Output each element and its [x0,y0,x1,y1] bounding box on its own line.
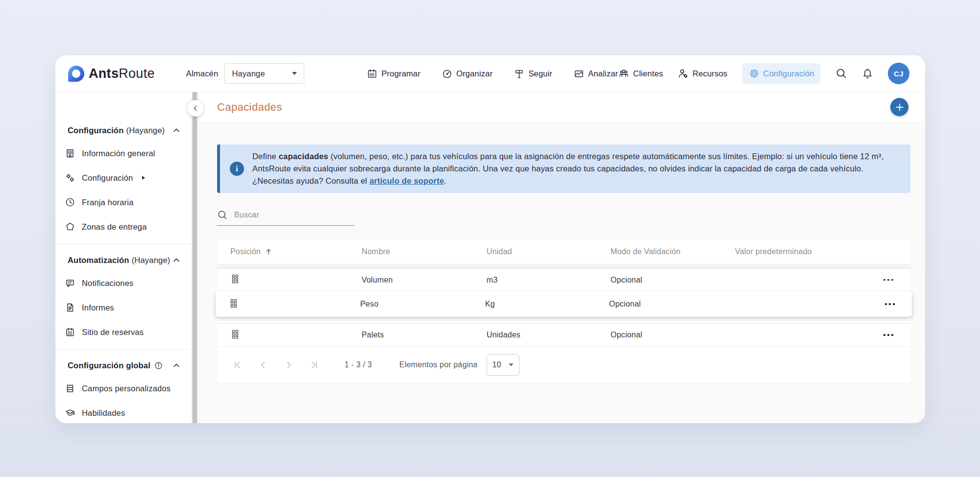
chevron-up-icon [172,256,181,264]
section-suffix: (Hayange) [126,126,165,135]
drag-handle-icon[interactable] [232,274,239,284]
notifications-bell-button[interactable] [862,68,873,79]
sidebar-section-configuracion[interactable]: Configuración (Hayange) [55,119,192,141]
previous-page-button[interactable] [257,359,269,371]
add-capacity-button[interactable] [890,98,908,116]
users-icon [618,68,629,79]
chevron-down-icon [292,72,297,75]
settings-sidebar: Configuración (Hayange) Información gene… [55,92,192,423]
sidebar-item-franja-horaria[interactable]: Franja horaria [55,190,192,215]
sidebar-item-campos-personalizados[interactable]: Campos personalizados [55,376,192,401]
table-row-palets[interactable]: Palets Unidades Opcional [217,323,910,346]
nav-item-label: Analizar [588,69,618,78]
zone-icon [65,222,75,232]
sidebar-item-configuracion[interactable]: Configuración [55,166,192,190]
sidebar-item-notificaciones[interactable]: Notificaciones [55,271,192,295]
top-navbar: AntsRoute Almacén Hayange Programar Orga… [55,55,925,92]
warehouse-group: Almacén Hayange [186,63,305,84]
column-header-nombre: Nombre [362,247,487,256]
per-page-label: Elementos por página [399,360,478,369]
nav-item-analizar[interactable]: Analizar [574,69,618,79]
info-icon: i [230,162,244,176]
nav-item-recursos[interactable]: Recursos [678,68,727,79]
message-icon [65,278,75,288]
drag-handle-icon[interactable] [230,299,237,308]
nav-item-programar[interactable]: Programar [367,69,420,79]
chevron-up-icon [172,361,181,370]
table-row-peso[interactable]: Peso Kg Opcional [216,291,912,317]
column-header-posicion[interactable]: Posición [217,247,362,256]
nav-item-organizar[interactable]: Organizar [442,69,492,79]
chevron-down-icon [509,363,514,366]
nav-item-label: Recursos [692,69,727,78]
nav-item-label: Programar [381,69,420,78]
cell-unit: m3 [487,276,611,285]
per-page-value: 10 [492,360,501,369]
sidebar-resize-handle[interactable] [192,92,197,423]
antsroute-logo-text: AntsRoute [89,66,155,81]
nav-right: Clientes Recursos Configuración CJ [618,63,909,84]
sidebar-item-sitio-de-reservas[interactable]: Sitio de reservas [55,320,192,344]
nav-item-seguir[interactable]: Seguir [514,69,552,79]
sidebar-item-label: Campos personalizados [82,384,171,393]
sidebar-section-configuracion-global[interactable]: Configuración global [55,355,192,376]
signpost-icon [514,69,524,79]
sidebar-item-habilidades[interactable]: Habilidades [55,401,192,423]
antsroute-logo[interactable]: AntsRoute [68,66,155,82]
table-pagination: 1 - 3 / 3 Elementos por página 10 [217,346,910,383]
cell-name: Volumen [362,276,487,285]
nav-item-clientes[interactable]: Clientes [618,68,663,79]
cell-unit: Unidades [487,331,611,339]
drag-handle-icon[interactable] [232,330,239,339]
sidebar-section-automatizacion[interactable]: Automatización (Hayange) [55,249,192,271]
nav-item-configuracion[interactable]: Configuración [742,63,821,84]
sidebar-item-label: Información general [82,149,155,158]
main-panel: Capacidades i Define capacidades (volume… [197,92,925,423]
nav-item-label: Seguir [528,69,552,78]
section-title: Automatización [68,256,129,265]
user-avatar[interactable]: CJ [888,63,909,84]
sidebar-item-zonas-de-entrega[interactable]: Zonas de entrega [55,215,192,239]
pagination-range: 1 - 3 / 3 [344,360,372,369]
sidebar-item-label: Configuración [82,173,133,183]
chevron-up-icon [172,126,181,135]
info-icon [154,361,163,370]
document-icon [65,303,75,312]
sidebar-item-label: Notificaciones [82,279,134,288]
sidebar-item-label: Informes [82,303,114,312]
main-nav: Programar Organizar Seguir Analizar [367,69,618,79]
sidebar-item-informes[interactable]: Informes [55,295,192,320]
support-article-link[interactable]: artículo de soporte [369,176,444,185]
sidebar-collapse-button[interactable] [187,100,204,117]
column-header-modo-validacion: Modo de Validación [611,247,735,256]
section-title: Configuración [68,126,123,135]
gear-icon [749,68,760,79]
table-row-volumen[interactable]: Volumen m3 Opcional [217,268,910,291]
chevron-left-icon [192,105,199,112]
user-gear-icon [678,68,688,79]
sidebar-item-informacion-general[interactable]: Información general [55,141,192,166]
row-menu-button[interactable] [875,303,912,305]
clock-icon [65,197,75,207]
warehouse-select[interactable]: Hayange [224,63,304,84]
row-menu-button[interactable] [873,334,910,336]
cell-unit: Kg [485,300,609,309]
table-search [217,210,354,226]
nav-item-label: Clientes [633,69,663,78]
rows-icon [65,383,75,393]
page-title: Capacidades [217,101,282,114]
search-button[interactable] [835,68,847,79]
cell-name: Palets [362,331,487,339]
plus-icon [895,103,904,112]
warehouse-selected-value: Hayange [232,69,265,78]
sidebar-item-label: Sitio de reservas [82,328,144,337]
calendar-icon [65,327,75,337]
info-banner-text: Define capacidades (volumen, peso, etc.)… [252,150,883,187]
search-input[interactable] [234,211,354,219]
last-page-button[interactable] [308,359,320,371]
row-menu-button[interactable] [873,279,910,281]
per-page-select[interactable]: 10 [487,354,519,376]
first-page-button[interactable] [232,359,244,371]
next-page-button[interactable] [283,359,294,371]
sort-asc-arrow-icon [265,248,272,256]
